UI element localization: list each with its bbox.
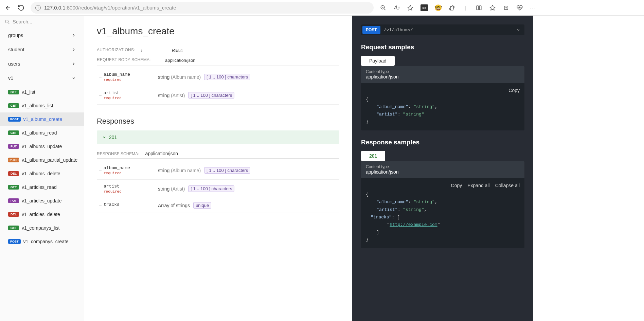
resp-201-tab[interactable]: 201 [361,151,385,161]
property-name: artist [104,184,151,189]
response-samples-heading: Response samples [361,139,524,146]
response-code: 201 [109,135,117,140]
method-badge: POST [8,239,21,244]
property-name: artist [104,90,151,95]
request-sample-box: Content type application/json Copy { "al… [361,66,524,130]
req-schema-label: REQUEST BODY SCHEMA: [97,57,151,63]
sidebar-item-label: v1_articles_read [22,184,57,190]
property-constraint: unique [193,202,211,209]
samples-panel: POST /v1/albums/ Request samples Payload… [352,16,533,321]
sidebar-group-v1[interactable]: v1 [0,71,84,85]
sidebar-item-v1_companys_create[interactable]: POSTv1_companys_create [0,235,84,248]
payload-tab[interactable]: Payload [361,56,395,66]
sidebar-item-v1_albums_delete[interactable]: DELv1_albums_delete [0,167,84,180]
svg-rect-2 [480,6,481,10]
property-row-tracks: tracksArray of strings unique [97,198,339,213]
favorite-icon[interactable] [407,4,414,11]
svg-point-4 [5,20,8,23]
endpoint-method: POST [362,26,380,34]
sidebar-item-v1_albums_partial_update[interactable]: PATCHv1_albums_partial_update [0,153,84,167]
collapse-all-button[interactable]: Collapse all [495,183,520,188]
avatar-ext-icon[interactable]: 🤓 [435,4,442,11]
method-badge: POST [8,117,21,122]
property-row-artist: artistrequiredstring (Artist)[ 1 .. 100 … [97,180,339,198]
property-name: tracks [104,202,151,207]
sidebar-item-v1_companys_list[interactable]: GETv1_companys_list [0,221,84,235]
property-constraint: [ 1 .. 100 ] characters [204,74,250,80]
split-screen-icon[interactable] [476,4,482,11]
endpoint-bar[interactable]: POST /v1/albums/ [361,24,524,35]
property-type: string (Artist) [158,93,185,98]
page-title: v1_albums_create [97,26,339,37]
browser-actions: A)) Se 🤓 | ··· [380,4,537,11]
property-constraint: [ 1 .. 100 ] characters [204,167,250,174]
read-aloud-icon[interactable]: A)) [393,4,400,11]
sidebar-group-users[interactable]: users [0,57,84,71]
search-placeholder: Search... [13,19,32,24]
method-badge: GET [8,185,19,190]
zoom-out-icon[interactable] [380,4,387,11]
sidebar-group-groups[interactable]: groups [0,28,84,42]
method-badge: GET [8,130,19,135]
sidebar-item-v1_articles_delete[interactable]: DELv1_articles_delete [0,208,84,221]
required-label: required [104,78,151,82]
collections-icon[interactable] [503,4,509,11]
authorizations-row[interactable]: AUTHORIZATIONS: Basic [97,46,339,55]
separator: | [462,4,469,11]
method-badge: GET [8,103,19,108]
ct-label: Content type [366,69,520,74]
required-label: required [104,190,151,194]
property-constraint: [ 1 .. 100 ] characters [188,185,234,192]
url-text: 127.0.0.1:8000/redoc/#tag/v1/operation/v… [44,5,176,11]
sidebar-search[interactable]: Search... [0,16,84,28]
response-sample-box: Content type application/json Copy Expan… [361,161,524,248]
ct-value: application/json [366,74,520,79]
responses-heading: Responses [97,117,339,126]
group-label: groups [8,33,23,38]
sidebar-item-v1_albums_read[interactable]: GETv1_albums_read [0,126,84,140]
endpoint-path: /v1/albums/ [384,28,513,33]
site-info-icon[interactable]: i [35,5,41,11]
sidebar-item-v1_albums_create[interactable]: POSTv1_albums_create [0,112,84,126]
property-row-album_name: album_namerequiredstring (Album name)[ 1… [97,161,339,180]
sidebar-item-v1_articles_read[interactable]: GETv1_articles_read [0,180,84,194]
more-icon[interactable]: ··· [530,4,537,11]
response-schema-row: RESPONSE SCHEMA: application/json [97,151,339,159]
selenium-ext-icon[interactable]: Se [421,4,428,11]
sidebar-item-label: v1_albums_partial_update [22,157,77,163]
method-badge: PUT [8,144,19,149]
expand-all-button[interactable]: Expand all [467,183,489,188]
main-content: v1_albums_create AUTHORIZATIONS: Basic R… [84,16,352,321]
property-constraint: [ 1 .. 100 ] characters [188,92,234,99]
sidebar-item-label: v1_articles_delete [22,212,60,217]
property-type: string (Album name) [158,74,201,80]
sidebar-item-v1_albums_list[interactable]: GETv1_albums_list [0,99,84,112]
favorites-bar-icon[interactable] [489,4,496,11]
copy-button[interactable]: Copy [451,183,462,188]
content-type-header: Content type application/json [361,66,524,83]
method-badge: DEL [8,171,19,176]
extensions-icon[interactable] [448,4,455,11]
copy-button[interactable]: Copy [508,88,520,93]
method-badge: PATCH [8,158,19,162]
back-button[interactable] [5,4,12,11]
required-label: required [104,171,151,175]
property-name: album_name [104,165,151,171]
sidebar-item-v1_articles_update[interactable]: PUTv1_articles_update [0,194,84,208]
sidebar: Search... groupsstudentusersv1 GETv1_lis… [0,16,84,321]
health-icon[interactable] [516,4,523,11]
required-label: required [104,96,151,100]
method-badge: GET [8,90,19,94]
sidebar-item-label: v1_albums_delete [22,171,60,176]
sidebar-group-student[interactable]: student [0,42,84,57]
refresh-button[interactable] [18,4,24,11]
sidebar-item-label: v1_articles_update [22,198,62,203]
response-201-bar[interactable]: 201 [97,130,339,144]
sidebar-item-v1_albums_update[interactable]: PUTv1_albums_update [0,140,84,153]
ct-value: application/json [366,169,520,175]
auth-label: AUTHORIZATIONS: [97,48,135,53]
sidebar-item-v1_list[interactable]: GETv1_list [0,85,84,99]
group-label: v1 [8,75,13,81]
sidebar-item-label: v1_companys_list [22,225,59,231]
address-bar[interactable]: i 127.0.0.1:8000/redoc/#tag/v1/operation… [31,2,374,14]
